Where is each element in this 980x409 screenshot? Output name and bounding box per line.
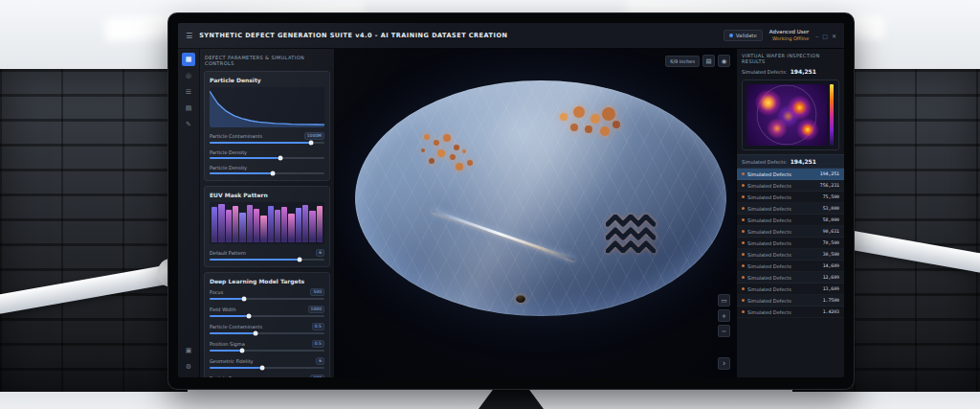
heatmap-colorbar [830, 84, 834, 146]
icon-rail: ▦◎☰▤✎ ▣⚙ [178, 49, 200, 377]
slider-track[interactable] [210, 315, 324, 317]
defect-row-label: Simulated Defects [747, 183, 817, 189]
zoom-in-button[interactable]: + [718, 309, 730, 322]
nav-settings-button[interactable]: ⚙ [182, 360, 195, 374]
defect-row-value: 1.4203 [823, 309, 839, 314]
defect-row-label: Simulated Defects [747, 217, 820, 223]
slider-track[interactable] [210, 298, 324, 300]
app-body: ▦◎☰▤✎ ▣⚙ Defect Parameters & Simulation … [178, 49, 844, 377]
slider-knob[interactable] [242, 297, 247, 302]
slider-value: 1000 [308, 306, 324, 313]
user-info[interactable]: Advanced User Working Offline [769, 29, 809, 41]
slider-track[interactable] [210, 332, 324, 334]
slider-knob[interactable] [278, 156, 283, 161]
rail-top-group: ▦◎☰▤✎ [182, 53, 195, 131]
defect-row-value: 13,609 [823, 286, 839, 291]
zoom-out-button[interactable]: − [718, 325, 730, 337]
defect-row-value: 1.7500 [823, 298, 839, 303]
slider-knob[interactable] [239, 349, 244, 353]
slider-knob[interactable] [271, 171, 276, 176]
euv-bar [317, 206, 323, 242]
defect-row-value: 14,609 [823, 263, 839, 268]
defect-row[interactable]: Simulated Defects 70,500 [737, 238, 844, 249]
slider-label: Particle Density [210, 149, 247, 155]
canvas-top-tools: ▤◉ [702, 55, 730, 67]
slider-track[interactable] [210, 157, 324, 159]
nav-files-button[interactable]: ▣ [182, 344, 195, 357]
slider-track[interactable] [210, 172, 324, 174]
defect-dot-icon [742, 253, 745, 256]
measure-button[interactable]: ▭ [718, 294, 730, 307]
validate-button[interactable]: Validate [724, 30, 763, 41]
defect-row[interactable]: Simulated Defects 58,000 [737, 215, 844, 226]
slider-track[interactable] [210, 142, 324, 144]
euv-pattern-chart [210, 202, 324, 244]
defect-row-label: Simulated Defects [747, 298, 820, 304]
minimize-button[interactable]: – [815, 33, 818, 39]
defect-dot-icon [742, 241, 745, 244]
defect-row[interactable]: Simulated Defects 53,000 [737, 203, 844, 215]
wafer[interactable] [355, 80, 726, 316]
slider-track[interactable] [210, 367, 324, 369]
slider: Position Sigma 0.5 [210, 340, 324, 352]
defect-dot-icon [742, 207, 745, 210]
defect-row[interactable]: Simulated Defects 1.4203 [737, 307, 844, 318]
defect-row-label: Simulated Defects [747, 206, 820, 212]
defect-heatmap[interactable] [746, 84, 827, 146]
defect-row[interactable]: Simulated Defects 14,609 [737, 261, 844, 272]
menu-icon[interactable]: ☰ [186, 32, 192, 40]
parameters-panel-title: Defect Parameters & Simulation Controls [204, 53, 330, 66]
defect-row[interactable]: Simulated Defects 12,609 [737, 272, 844, 284]
wafer-size-label[interactable]: 6/9 inches [665, 56, 700, 67]
defect-row[interactable]: Simulated Defects 756,231 [737, 180, 844, 192]
slider-knob[interactable] [254, 331, 258, 336]
defect-row-value: 90,631 [823, 229, 839, 234]
slider-knob[interactable] [308, 141, 313, 146]
euv-mask-card: EUV Mask Pattern Default Pattern 6 [204, 186, 330, 267]
snapshot-button[interactable]: ◉ [718, 55, 730, 67]
defect-summary: Simulated Defects: 194,251 [737, 66, 844, 78]
slider-track[interactable] [210, 350, 324, 352]
close-button[interactable]: ✕ [832, 33, 836, 39]
window-controls: – ▢ ✕ [815, 33, 836, 39]
nav-target-button[interactable]: ◎ [182, 69, 195, 82]
nav-annotate-button[interactable]: ✎ [182, 118, 195, 131]
slider-label: Position Sigma [210, 341, 245, 347]
slider-knob[interactable] [297, 258, 301, 262]
slider-fill [210, 142, 311, 144]
defect-row-value: 194,251 [820, 171, 839, 176]
slider: Particle Provenance 100 [210, 375, 324, 377]
maximize-button[interactable]: ▢ [822, 33, 828, 39]
euv-bar [296, 208, 301, 242]
dl-targets-card: Deep Learning Model Targets Focus 500 [204, 272, 330, 377]
defect-row[interactable]: Simulated Defects 13,609 [737, 284, 844, 295]
validate-label: Validate [736, 33, 757, 38]
defect-row[interactable]: Simulated Defects 75,500 [737, 192, 844, 203]
euv-bar [281, 207, 287, 242]
defect-row[interactable]: Simulated Defects 1.7500 [737, 295, 844, 307]
slider-label: Default Pattern [210, 250, 246, 256]
slider-knob[interactable] [260, 366, 265, 371]
advance-button[interactable]: › [718, 357, 730, 370]
dl-targets-title: Deep Learning Model Targets [210, 278, 324, 284]
slider-knob[interactable] [246, 314, 251, 319]
defect-row-value: 70,500 [823, 240, 839, 245]
nav-controls-button[interactable]: ☰ [182, 85, 195, 99]
defect-row-label: Simulated Defects [747, 240, 820, 246]
nav-dashboard-button[interactable]: ▦ [182, 53, 195, 66]
nav-layers-button[interactable]: ▤ [182, 102, 195, 115]
defect-row[interactable]: Simulated Defects 90,631 [737, 226, 844, 238]
wafer-canvas[interactable]: 6/9 inches ▤◉ ▭+− › [335, 49, 736, 377]
euv-bar [254, 209, 259, 242]
layers-toggle-button[interactable]: ▤ [702, 55, 715, 67]
rail-bottom-group: ▣⚙ [182, 344, 195, 374]
defect-dot-icon [742, 184, 745, 187]
particle-density-sliders: Particle Contaminants 1000M [210, 132, 324, 174]
defect-cluster-right [560, 113, 568, 121]
defect-row-value: 30,500 [823, 252, 839, 257]
slider-track[interactable] [210, 259, 324, 261]
defect-row-value: 75,500 [823, 194, 839, 199]
particle-density-title: Particle Density [210, 77, 324, 83]
defect-row[interactable]: Simulated Defects 194,251 [737, 169, 844, 180]
defect-row[interactable]: Simulated Defects 30,500 [737, 249, 844, 261]
